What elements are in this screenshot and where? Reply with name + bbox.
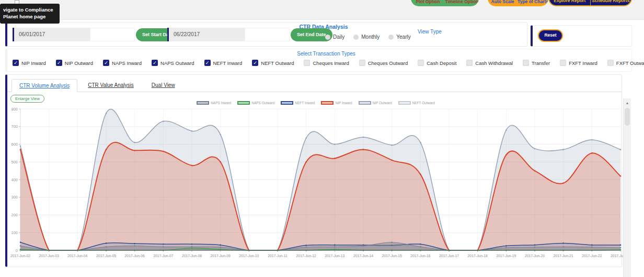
checked-checkbox-icon[interactable]: ✓ [152,60,158,66]
radio-yearly[interactable]: Yearly [388,34,410,40]
start-date-display[interactable]: 06/01/2017 [13,28,90,41]
home-tooltip: vigate to Compliance Planet home page [0,4,60,24]
timeline-option-button[interactable]: Timeline Option [445,0,479,6]
checkbox-transfer[interactable]: Transfer [523,60,550,66]
scroll-up-icon[interactable]: ▲ [624,98,631,105]
legend-item-nip-inward[interactable]: NIP Inward [321,101,352,105]
legend-swatch-icon [398,101,411,105]
navy-button-group[interactable]: Explore ReportSchedule Reports [548,0,632,6]
checkbox-nip-inward[interactable]: ✓NIP Inward [13,60,46,66]
checkbox-fxft-inward[interactable]: FXFT Inward [560,60,597,66]
legend-item-naps-inward[interactable]: NAPS Inward [197,101,231,105]
explore-report-button[interactable]: Explore Report [549,0,590,5]
unchecked-checkbox-icon[interactable] [466,60,473,66]
checked-checkbox-icon[interactable]: ✓ [204,60,211,66]
view-type-link[interactable]: View Type [418,29,442,35]
legend-item-naps-outward[interactable]: NAPS Outward [237,101,274,105]
end-date-input[interactable] [245,28,290,41]
checkbox-nip-outward[interactable]: ✓NIP Outward [56,60,93,66]
reset-button[interactable]: Reset [538,29,563,42]
tab-ctr-value-analysis[interactable]: CTR Value Analysis [80,79,141,92]
checkbox-label: Cheques Inward [313,60,349,66]
checkbox-label: NEFT Inward [213,60,243,66]
radio-circle-icon[interactable] [325,35,330,40]
checkbox-label: NEFT Outward [261,60,294,66]
radio-circle-icon[interactable] [388,35,394,40]
plot-option-button[interactable]: Plot Option [411,0,445,6]
radio-label: Daily [333,34,344,40]
chart-panel: CTR Volume AnalysisCTR Value AnalysisDua… [5,74,622,267]
end-date-group: 06/22/2017 Set End Date [167,28,332,41]
checkbox-neft-inward[interactable]: ✓NEFT Inward [204,60,243,66]
legend-item-neft-inward[interactable]: NEFT Inward [281,101,315,105]
checkbox-naps-inward[interactable]: ✓NAPS Inward [103,60,142,66]
unchecked-checkbox-icon[interactable] [418,60,424,66]
orange-button-group[interactable]: Auto ScaleType of Charts [488,0,548,6]
svg-text:2017-Jun-19: 2017-Jun-19 [496,254,516,258]
legend-item-nip-outward[interactable]: NIP Outward [359,101,392,105]
chart-area: NAPS InwardNAPS OutwardNEFT InwardNIP In… [8,99,623,265]
chart-legend: NAPS InwardNAPS OutwardNEFT InwardNIP In… [8,99,623,106]
checked-checkbox-icon[interactable]: ✓ [103,60,109,66]
svg-text:2017-Jun-16: 2017-Jun-16 [410,254,430,258]
checkbox-cash-withdrawal[interactable]: Cash Withdrawal [466,60,513,66]
tooltip-line: vigate to Compliance [3,6,53,13]
svg-text:2017-Jun-20: 2017-Jun-20 [525,254,545,258]
svg-text:200: 200 [11,213,18,217]
svg-text:2017-Jun-05: 2017-Jun-05 [96,254,116,258]
tab-dual-view[interactable]: Dual View [144,79,182,92]
unchecked-checkbox-icon[interactable] [304,60,310,66]
svg-text:2017-Jun-18: 2017-Jun-18 [468,254,488,258]
transaction-types-title: Select Transaction Types [279,51,373,57]
start-date-input[interactable] [90,28,135,41]
checkbox-cheques-inward[interactable]: Cheques Inward [304,60,349,66]
schedule-reports-button[interactable]: Schedule Reports [590,0,631,5]
checkbox-label: NAPS Inward [112,60,142,66]
checkbox-cash-deposit[interactable]: Cash Deposit [418,60,456,66]
type-of-charts-button[interactable]: Type of Charts [518,0,548,6]
checkbox-label: FXFT Inward [569,60,597,66]
legend-swatch-icon [321,101,334,105]
svg-text:400: 400 [11,178,18,182]
tab-ctr-volume-analysis[interactable]: CTR Volume Analysis [12,79,77,92]
svg-text:700: 700 [11,124,18,129]
radio-monthly[interactable]: Monthly [353,34,380,40]
legend-item-neft-outward[interactable]: NEFT Outward [398,101,435,105]
svg-text:2017-Jun-09: 2017-Jun-09 [211,254,231,258]
checked-checkbox-icon[interactable]: ✓ [13,60,19,66]
radio-circle-icon[interactable] [353,35,359,40]
svg-text:800: 800 [11,107,18,112]
legend-swatch-icon [359,101,371,105]
auto-scale-button[interactable]: Auto Scale [488,0,518,6]
green-button-group[interactable]: Plot OptionTimeline Option [411,0,479,6]
checkbox-fxft-outward[interactable]: FXFT Outward [607,60,644,66]
unchecked-checkbox-icon[interactable] [359,60,365,66]
radio-daily[interactable]: Daily [325,34,344,40]
checkbox-neft-outward[interactable]: ✓NEFT Outward [252,60,294,66]
checkbox-label: NIP Inward [21,60,46,66]
checked-checkbox-icon[interactable]: ✓ [56,60,62,66]
svg-text:2017-Jun-08: 2017-Jun-08 [182,254,202,258]
legend-label: NEFT Inward [295,101,315,105]
svg-text:0: 0 [16,248,18,253]
svg-text:2017-Jun-03: 2017-Jun-03 [39,254,59,258]
vertical-scrollbar[interactable]: ▲ [623,98,631,277]
unchecked-checkbox-icon[interactable] [560,60,566,66]
checkbox-label: NIP Outward [65,60,93,66]
area-chart: 01002003004005006007008002017-Jun-022017… [8,99,623,265]
svg-text:2017-Jun-02: 2017-Jun-02 [10,254,30,258]
unchecked-checkbox-icon[interactable] [607,60,614,66]
checkbox-label: Cheques Outward [368,60,408,66]
svg-text:2017-Jun-15: 2017-Jun-15 [382,254,402,258]
unchecked-checkbox-icon[interactable] [523,60,529,66]
svg-text:100: 100 [11,230,18,235]
checked-checkbox-icon[interactable]: ✓ [252,60,258,66]
legend-swatch-icon [237,101,250,105]
x-axis-labels: 2017-Jun-022017-Jun-032017-Jun-042017-Ju… [10,250,623,258]
svg-text:600: 600 [11,142,18,147]
svg-text:2017-Jun-21: 2017-Jun-21 [554,254,573,258]
scrollbar-thumb[interactable] [625,108,630,126]
end-date-display[interactable]: 06/22/2017 [167,28,245,41]
checkbox-cheques-outward[interactable]: Cheques Outward [359,60,408,66]
checkbox-naps-outward[interactable]: ✓NAPS Outward [152,60,194,66]
